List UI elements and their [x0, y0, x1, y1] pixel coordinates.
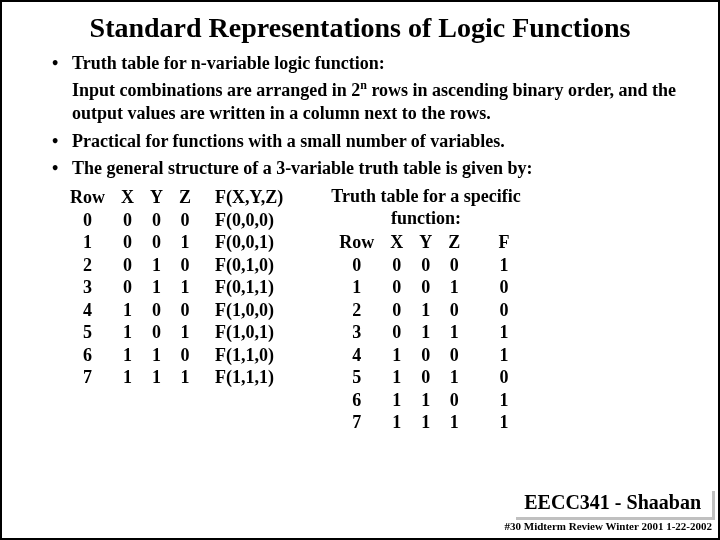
indented-text: Input combinations are arranged in 2n ro…	[72, 78, 688, 124]
bullet-text: Practical for functions with a small num…	[72, 130, 688, 153]
table-row: 71111	[331, 411, 517, 434]
table-row: 4100F(1,0,0)	[62, 299, 291, 322]
bullet-text: Truth table for n-variable logic functio…	[72, 52, 688, 75]
page-info: #30 Midterm Review Winter 2001 1-22-2002	[505, 520, 712, 532]
table-row: 2010F(0,1,0)	[62, 254, 291, 277]
footer: EECC341 - Shaaban #30 Midterm Review Win…	[505, 488, 712, 532]
table-row: 10010	[331, 276, 517, 299]
col-y: Y	[411, 231, 440, 254]
bullet-list: • Truth table for n-variable logic funct…	[52, 52, 688, 180]
col-x: X	[382, 231, 411, 254]
col-x: X	[113, 186, 142, 209]
table-row: 1001F(0,0,1)	[62, 231, 291, 254]
general-truth-table: Row X Y Z F(X,Y,Z) 0000F(0,0,0) 1001F(0,…	[62, 186, 291, 434]
col-row: Row	[62, 186, 113, 209]
table-row: 6110F(1,1,0)	[62, 344, 291, 367]
table: Row X Y Z F 00001 10010 20100 30111 4100…	[331, 231, 517, 434]
table-row: 0000F(0,0,0)	[62, 209, 291, 232]
table: Row X Y Z F(X,Y,Z) 0000F(0,0,0) 1001F(0,…	[62, 186, 291, 389]
col-y: Y	[142, 186, 171, 209]
bullet-item: • Truth table for n-variable logic funct…	[52, 52, 688, 75]
table-row: 3011F(0,1,1)	[62, 276, 291, 299]
table2-title: Truth table for a specific function:	[331, 186, 520, 229]
indent-part-a: Input combinations are arranged in 2	[72, 80, 360, 100]
table-row: 41001	[331, 344, 517, 367]
col-f: F(X,Y,Z)	[199, 186, 291, 209]
col-row: Row	[331, 231, 382, 254]
col-z: Z	[440, 231, 468, 254]
bullet-dot-icon: •	[52, 130, 72, 153]
slide-title: Standard Representations of Logic Functi…	[22, 12, 698, 44]
bullet-item: • The general structure of a 3-variable …	[52, 157, 688, 180]
bullet-item: • Practical for functions with a small n…	[52, 130, 688, 153]
course-label: EECC341 - Shaaban	[513, 488, 712, 517]
bullet-text: The general structure of a 3-variable tr…	[72, 157, 688, 180]
slide: Standard Representations of Logic Functi…	[0, 0, 720, 540]
bullet-dot-icon: •	[52, 52, 72, 75]
table-header-row: Row X Y Z F	[331, 231, 517, 254]
tables-row: Row X Y Z F(X,Y,Z) 0000F(0,0,0) 1001F(0,…	[62, 186, 688, 434]
table-row: 61101	[331, 389, 517, 412]
bullet-dot-icon: •	[52, 157, 72, 180]
table-row: 7111F(1,1,1)	[62, 366, 291, 389]
table-row: 51010	[331, 366, 517, 389]
specific-truth-table: Truth table for a specific function: Row…	[331, 186, 520, 434]
superscript-n: n	[360, 78, 367, 92]
table-row: 20100	[331, 299, 517, 322]
table-row: 5101F(1,0,1)	[62, 321, 291, 344]
table-row: 00001	[331, 254, 517, 277]
col-z: Z	[171, 186, 199, 209]
col-f: F	[468, 231, 517, 254]
table-row: 30111	[331, 321, 517, 344]
table-header-row: Row X Y Z F(X,Y,Z)	[62, 186, 291, 209]
